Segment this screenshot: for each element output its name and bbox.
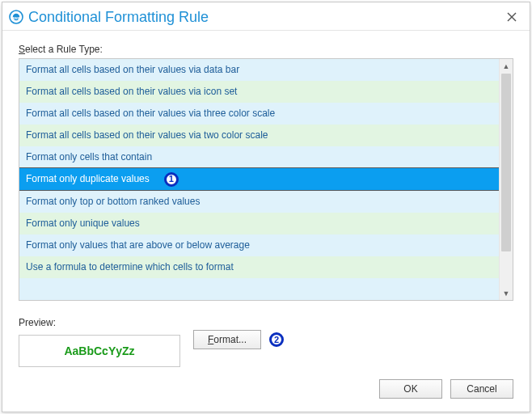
close-button[interactable] (502, 7, 521, 27)
rule-type-item-label: Format all cells based on their values v… (26, 86, 237, 97)
app-icon: usu (9, 10, 23, 24)
rule-type-item-label: Format only duplicate values (26, 173, 150, 184)
format-button-suffix: ormat... (213, 334, 247, 345)
rule-type-item[interactable]: Format all cells based on their values v… (19, 59, 499, 81)
rule-type-item-label: Format only unique values (26, 218, 140, 229)
rule-type-list-viewport: Format all cells based on their values v… (19, 59, 499, 300)
rule-type-label: Select a Rule Type: (19, 44, 513, 55)
rule-type-item[interactable]: Format only top or bottom ranked values (19, 191, 499, 213)
rule-type-item[interactable]: Format all cells based on their values v… (19, 103, 499, 125)
rule-type-item-label: Format all cells based on their values v… (26, 64, 239, 75)
rule-type-item-label: Format only cells that contain (26, 151, 152, 163)
rule-type-item-label: Format all cells based on their values v… (26, 129, 268, 141)
callout-1: 1 (164, 172, 179, 187)
format-button[interactable]: Format... (193, 330, 261, 349)
dialog-title: Conditional Formatting Rule (28, 9, 497, 26)
svg-text:usu: usu (12, 15, 20, 20)
preview-sample-text: AaBbCcYyZz (64, 344, 134, 357)
rule-type-empty-row (19, 278, 499, 300)
preview-box: AaBbCcYyZz (19, 335, 180, 367)
rule-type-label-text: elect a Rule Type: (25, 44, 103, 55)
rule-type-item[interactable]: Format only duplicate values1 (19, 167, 499, 191)
scroll-thumb[interactable] (501, 74, 511, 251)
rule-type-item[interactable]: Use a formula to determine which cells t… (19, 256, 499, 278)
rule-type-item[interactable]: Format only values that are above or bel… (19, 234, 499, 256)
conditional-formatting-dialog: usu Conditional Formatting Rule Select a… (2, 2, 530, 412)
rule-type-item[interactable]: Format all cells based on their values v… (19, 125, 499, 146)
close-icon (507, 12, 517, 22)
rule-type-list: Format all cells based on their values v… (19, 58, 513, 301)
dialog-footer: OK Cancel (2, 379, 530, 412)
vertical-scrollbar[interactable]: ▲ ▼ (499, 59, 513, 300)
rule-type-item-label: Format only values that are above or bel… (26, 239, 250, 251)
rule-type-item-label: Use a formula to determine which cells t… (26, 261, 234, 272)
scroll-up-button[interactable]: ▲ (500, 59, 513, 73)
titlebar: usu Conditional Formatting Rule (2, 2, 530, 30)
preview-label: Preview: (19, 317, 180, 328)
ok-button[interactable]: OK (379, 379, 442, 399)
cancel-button[interactable]: Cancel (450, 379, 513, 399)
rule-type-item[interactable]: Format only unique values (19, 213, 499, 234)
divider (2, 30, 530, 31)
scroll-down-button[interactable]: ▼ (500, 286, 513, 300)
rule-type-item[interactable]: Format all cells based on their values v… (19, 81, 499, 103)
rule-type-item-label: Format only top or bottom ranked values (26, 196, 200, 207)
callout-2: 2 (269, 332, 284, 347)
mnemonic-letter: S (19, 44, 25, 55)
rule-type-item-label: Format all cells based on their values v… (26, 108, 275, 119)
rule-type-item[interactable]: Format only cells that contain (19, 146, 499, 168)
